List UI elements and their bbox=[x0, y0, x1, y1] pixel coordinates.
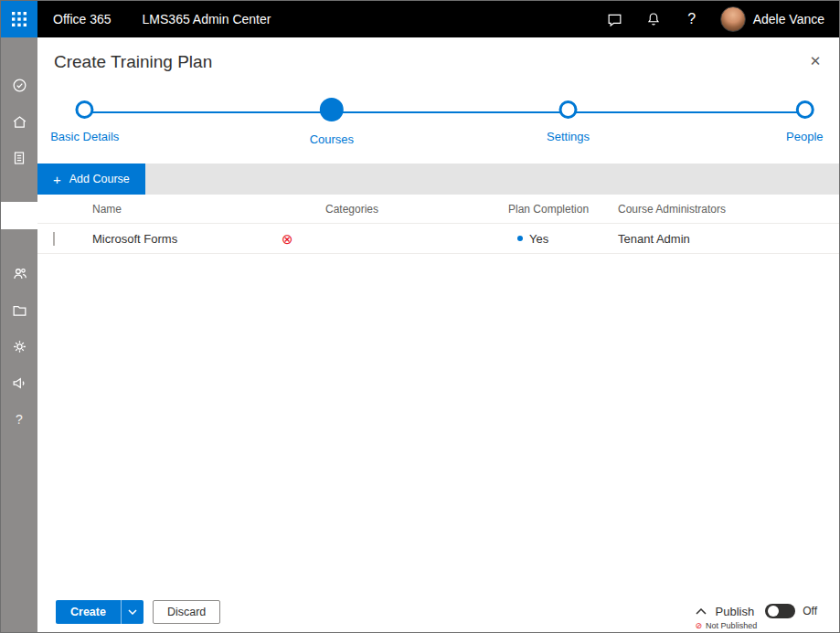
sidebar-item-announcements[interactable] bbox=[1, 366, 37, 399]
step-courses[interactable]: Courses bbox=[310, 98, 354, 146]
gear-icon bbox=[11, 338, 28, 355]
publish-row: Publish Off bbox=[694, 604, 817, 618]
sidebar-item-help[interactable]: ? bbox=[1, 403, 37, 436]
step-label: Settings bbox=[547, 130, 590, 143]
toggle-knob bbox=[768, 606, 779, 617]
step-circle-active bbox=[320, 98, 344, 121]
help-button[interactable]: ? bbox=[673, 1, 711, 37]
step-circle bbox=[76, 100, 94, 119]
step-label: Basic Details bbox=[50, 130, 119, 143]
create-split-button: Create bbox=[56, 600, 144, 624]
column-header-categories[interactable]: Categories bbox=[312, 203, 508, 216]
publish-toggle[interactable] bbox=[765, 604, 795, 618]
discard-button[interactable]: Discard bbox=[153, 600, 220, 624]
notifications-button[interactable] bbox=[634, 1, 673, 37]
user-avatar[interactable] bbox=[720, 6, 746, 32]
check-circle-icon bbox=[11, 77, 28, 94]
people-icon bbox=[11, 265, 28, 282]
folder-icon bbox=[11, 301, 28, 319]
nav-gap bbox=[1, 174, 37, 202]
office-365-brand[interactable]: Office 365 bbox=[53, 12, 112, 26]
chevron-up-icon bbox=[696, 608, 707, 615]
publish-status-text: Not Published bbox=[706, 621, 757, 630]
chat-icon bbox=[606, 11, 623, 28]
feedback-chat-button[interactable] bbox=[596, 1, 634, 37]
sidebar-item-course-catalog[interactable] bbox=[1, 142, 37, 174]
step-circle bbox=[795, 100, 813, 119]
completion-dot-icon bbox=[517, 236, 523, 241]
document-list-icon bbox=[11, 150, 27, 166]
lms365-admin-window: Office 365 LMS365 Admin Center ? Adele V… bbox=[0, 0, 840, 633]
topbar-right-cluster: ? Adele Vance bbox=[596, 1, 839, 37]
toggle-state-label: Off bbox=[803, 605, 817, 617]
sidebar-item-content[interactable] bbox=[1, 293, 37, 326]
column-header-name[interactable]: Name bbox=[92, 203, 271, 216]
close-icon[interactable]: ✕ bbox=[804, 50, 826, 72]
app-launcher-waffle-icon[interactable] bbox=[1, 1, 37, 37]
publish-collapse-button[interactable] bbox=[694, 607, 708, 617]
step-label: Courses bbox=[310, 132, 354, 146]
user-name[interactable]: Adele Vance bbox=[753, 12, 824, 26]
sidebar-item-users[interactable] bbox=[1, 257, 37, 290]
app-title[interactable]: LMS365 Admin Center bbox=[143, 12, 271, 26]
nav-gap bbox=[1, 229, 37, 257]
left-nav-sidebar: ? bbox=[1, 37, 37, 632]
not-published-icon: ⊘ bbox=[696, 622, 703, 630]
plan-completion-value: Yes bbox=[529, 232, 548, 246]
sidebar-item-training-plans-active[interactable] bbox=[1, 202, 37, 229]
waffle-grid-icon bbox=[12, 12, 27, 26]
courses-table-header: Name Categories Plan Completion Course A… bbox=[37, 195, 839, 224]
course-table-row[interactable]: Microsoft Forms ⊗ Yes Tenant Admin bbox=[37, 224, 839, 254]
column-header-course-administrators[interactable]: Course Administrators bbox=[618, 203, 839, 216]
course-name-cell[interactable]: Microsoft Forms bbox=[92, 232, 271, 246]
home-icon bbox=[11, 113, 28, 131]
footer-actions: Create Discard bbox=[56, 600, 220, 624]
publish-group: Publish Off ⊘ Not Published bbox=[694, 604, 817, 630]
course-administrators-cell: Tenant Admin bbox=[618, 232, 839, 246]
courses-command-bar: + Add Course bbox=[37, 164, 839, 195]
row-handle-cell bbox=[37, 232, 92, 246]
help-icon: ? bbox=[687, 11, 696, 27]
publish-label: Publish bbox=[716, 605, 755, 618]
create-training-plan-panel: Create Training Plan ✕ Basic Details Cou… bbox=[37, 37, 839, 632]
step-circle bbox=[559, 100, 578, 119]
step-settings[interactable]: Settings bbox=[547, 98, 590, 143]
sidebar-item-settings[interactable] bbox=[1, 330, 37, 363]
step-label: People bbox=[786, 130, 823, 143]
top-app-bar: Office 365 LMS365 Admin Center ? Adele V… bbox=[1, 1, 839, 37]
column-header-plan-completion[interactable]: Plan Completion bbox=[508, 203, 618, 216]
drag-handle-icon[interactable] bbox=[53, 232, 55, 246]
dialog-footer: Create Discard Publish bbox=[37, 585, 839, 632]
chevron-down-icon bbox=[128, 609, 137, 615]
wizard-stepper: Basic Details Courses Settings People bbox=[37, 98, 839, 156]
create-dropdown-button[interactable] bbox=[121, 600, 144, 624]
sidebar-item-approvals[interactable] bbox=[1, 69, 37, 101]
bell-icon bbox=[645, 11, 662, 27]
remove-course-icon[interactable]: ⊗ bbox=[271, 232, 312, 246]
sidebar-item-home[interactable] bbox=[1, 105, 37, 138]
step-basic-details[interactable]: Basic Details bbox=[50, 98, 119, 143]
plus-icon: + bbox=[53, 173, 61, 186]
add-course-label: Add Course bbox=[69, 173, 130, 185]
nav-spacer bbox=[1, 37, 37, 69]
create-button[interactable]: Create bbox=[56, 600, 121, 624]
stepper-connector-line bbox=[85, 111, 805, 113]
megaphone-icon bbox=[11, 375, 28, 392]
page-title: Create Training Plan bbox=[54, 52, 212, 72]
plan-completion-cell: Yes bbox=[508, 232, 618, 246]
step-people[interactable]: People bbox=[786, 98, 823, 143]
publish-status: ⊘ Not Published bbox=[696, 621, 817, 630]
sidebar-help-icon: ? bbox=[16, 412, 23, 427]
add-course-button[interactable]: + Add Course bbox=[37, 164, 145, 195]
